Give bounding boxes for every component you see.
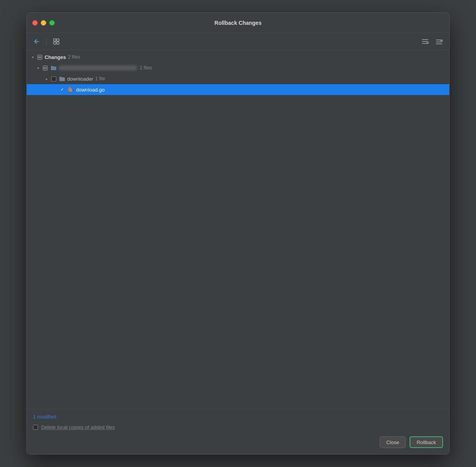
svg-rect-3 bbox=[57, 42, 59, 44]
rollback-button[interactable]: Rollback bbox=[410, 436, 443, 448]
pin-icon bbox=[33, 38, 40, 45]
minimize-window-button[interactable] bbox=[41, 20, 46, 26]
svg-rect-1 bbox=[57, 39, 59, 41]
layout-icon bbox=[53, 38, 60, 45]
folder-chevron-icon bbox=[44, 76, 49, 81]
window-title: Rollback Changes bbox=[214, 20, 261, 26]
branch-checkbox-indicator bbox=[43, 66, 48, 71]
maximize-window-button[interactable] bbox=[49, 20, 55, 26]
collapse-all-button[interactable] bbox=[433, 36, 445, 47]
svg-rect-2 bbox=[54, 42, 56, 44]
delete-local-checkbox[interactable] bbox=[33, 425, 38, 430]
folder-label: downloader bbox=[67, 76, 93, 82]
layout-button[interactable] bbox=[50, 36, 62, 47]
close-button[interactable]: Close bbox=[380, 436, 406, 448]
root-checkbox[interactable] bbox=[36, 54, 43, 60]
tree-branch-item[interactable]: 2 files bbox=[27, 62, 449, 73]
expand-all-button[interactable] bbox=[419, 36, 431, 47]
titlebar: Rollback Changes bbox=[27, 13, 449, 33]
tree-file-item[interactable]: 🦫 download.go bbox=[27, 84, 449, 95]
rollback-changes-window: Rollback Changes bbox=[26, 12, 450, 455]
button-row: Close Rollback bbox=[33, 436, 443, 448]
root-checkbox-indicator bbox=[37, 55, 42, 60]
toolbar-right bbox=[419, 36, 445, 47]
svg-rect-0 bbox=[54, 39, 56, 41]
branch-folder-icon bbox=[50, 65, 57, 71]
delete-option-label: Delete local copies of added files bbox=[41, 424, 115, 430]
tree-folder-item[interactable]: downloader 1 file bbox=[27, 73, 449, 84]
folder-svg bbox=[59, 76, 65, 81]
toolbar bbox=[27, 33, 449, 50]
folder-count: 1 file bbox=[95, 76, 105, 81]
pin-button[interactable] bbox=[31, 36, 42, 47]
branch-count: 2 files bbox=[140, 65, 152, 71]
delete-option: Delete local copies of added files bbox=[33, 424, 443, 430]
file-label: download.go bbox=[76, 87, 105, 93]
branch-checkbox[interactable] bbox=[42, 65, 48, 71]
modified-status: 1 modified bbox=[33, 414, 443, 420]
root-label: Changes bbox=[45, 54, 66, 60]
toolbar-left bbox=[31, 36, 62, 47]
toolbar-divider bbox=[46, 38, 47, 45]
blurred-path bbox=[59, 66, 137, 70]
collapse-all-icon bbox=[435, 38, 443, 45]
expand-all-icon bbox=[421, 38, 429, 45]
traffic-lights bbox=[32, 20, 55, 26]
file-checkbox-indicator bbox=[60, 87, 65, 92]
downloader-folder-icon bbox=[59, 76, 65, 81]
file-tree[interactable]: Changes 2 files 2 files bbox=[27, 50, 449, 409]
close-window-button[interactable] bbox=[32, 20, 38, 26]
file-checkbox[interactable] bbox=[59, 86, 65, 93]
chevron-icon bbox=[30, 54, 35, 60]
folder-checkbox-indicator bbox=[51, 76, 56, 81]
tree-root-item[interactable]: Changes 2 files bbox=[27, 52, 449, 62]
file-type-icon: 🦫 bbox=[68, 86, 74, 93]
folder-checkbox[interactable] bbox=[50, 76, 57, 82]
footer: 1 modified Delete local copies of added … bbox=[27, 409, 449, 454]
root-count: 2 files bbox=[68, 54, 80, 60]
branch-chevron-icon bbox=[35, 65, 41, 71]
folder-svg bbox=[50, 65, 57, 71]
